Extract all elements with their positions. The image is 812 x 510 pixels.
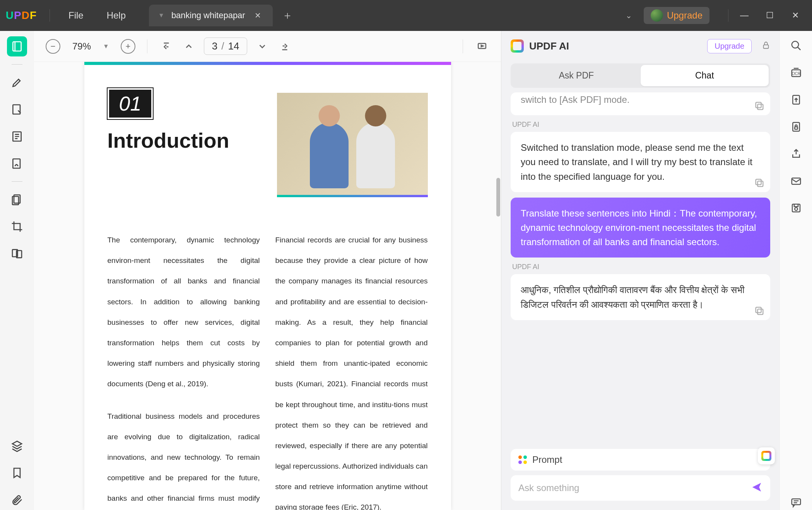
- copy-icon: [754, 101, 765, 111]
- tab-ask-pdf[interactable]: Ask PDF: [512, 65, 641, 86]
- form-tool[interactable]: [7, 126, 27, 147]
- separator: [463, 39, 463, 53]
- total-pages: 14: [228, 40, 239, 52]
- zoom-in-button[interactable]: +: [121, 39, 135, 54]
- column-2: Financial records are crucial for any bu…: [275, 230, 428, 510]
- prompt-selector[interactable]: Prompt ▾: [511, 449, 770, 471]
- message-block: UPDF AI Switched to translation mode, pl…: [511, 121, 770, 192]
- ai-tabs: Ask PDF Chat: [511, 63, 770, 88]
- ai-message: Switched to translation mode, please sen…: [511, 132, 770, 192]
- window-menu-caret-icon[interactable]: ⌄: [626, 11, 632, 20]
- pdf-page: 01 Introduction The contemporary, dynami…: [84, 62, 451, 510]
- next-page-button[interactable]: [255, 39, 270, 54]
- ai-title: UPDF AI: [529, 40, 702, 52]
- page-indicator[interactable]: 3 / 14: [204, 38, 248, 55]
- first-page-icon: [161, 41, 171, 51]
- protect-icon: [790, 121, 802, 133]
- copy-icon: [754, 305, 765, 316]
- svg-rect-10: [757, 104, 763, 110]
- protect-button[interactable]: [788, 119, 804, 135]
- chat-input-bar: [511, 475, 770, 501]
- upgrade-button[interactable]: Upgrade: [644, 7, 709, 24]
- last-page-button[interactable]: [277, 39, 292, 54]
- separator: [12, 181, 22, 182]
- separator: [50, 9, 50, 22]
- highlight-tool[interactable]: [7, 72, 27, 92]
- bookmark-tool[interactable]: [7, 463, 27, 483]
- zoom-value[interactable]: 79%: [68, 41, 95, 52]
- paragraph: Financial records are crucial for any bu…: [275, 230, 428, 510]
- document-tab[interactable]: ▼ banking whitepapar ✕: [149, 5, 273, 26]
- tab-title: banking whitepapar: [171, 10, 245, 20]
- zoom-out-button[interactable]: −: [46, 39, 60, 54]
- tab-chat[interactable]: Chat: [641, 65, 769, 86]
- convert-icon: [790, 94, 802, 106]
- svg-point-16: [791, 41, 798, 48]
- chapter-number: 01: [108, 88, 153, 119]
- comment-button[interactable]: [788, 495, 804, 510]
- presentation-icon: [477, 41, 487, 51]
- organize-tool[interactable]: [7, 189, 27, 210]
- scrollbar-thumb[interactable]: [496, 178, 500, 217]
- prev-page-button[interactable]: [181, 39, 196, 54]
- maximize-button[interactable]: ☐: [765, 10, 775, 20]
- right-toolbar: OCR: [780, 31, 812, 510]
- document-viewport[interactable]: 01 Introduction The contemporary, dynami…: [34, 62, 501, 510]
- menu-help[interactable]: Help: [95, 10, 137, 21]
- svg-point-24: [795, 208, 798, 211]
- save-button[interactable]: [788, 200, 804, 216]
- copy-icon: [754, 177, 765, 188]
- edit-tool[interactable]: [7, 99, 27, 119]
- chevron-down-icon: [257, 41, 267, 51]
- svg-rect-9: [764, 45, 769, 48]
- ai-upgrade-button[interactable]: Upgrade: [707, 39, 752, 53]
- crop-icon: [11, 220, 23, 233]
- chat-input[interactable]: [518, 483, 745, 493]
- svg-rect-3: [13, 159, 20, 168]
- email-button[interactable]: [788, 173, 804, 189]
- compare-tool[interactable]: [7, 244, 27, 264]
- reader-tool[interactable]: [7, 36, 27, 56]
- upgrade-label: Upgrade: [667, 10, 703, 21]
- zoom-dropdown-icon[interactable]: ▼: [103, 43, 109, 50]
- convert-button[interactable]: [788, 92, 804, 107]
- first-page-button[interactable]: [159, 39, 174, 54]
- highlighter-icon: [11, 76, 23, 89]
- sign-tool[interactable]: [7, 154, 27, 174]
- lock-icon[interactable]: [762, 41, 770, 51]
- ai-messages[interactable]: switch to [Ask PDF] mode. UPDF AI Switch…: [501, 88, 780, 442]
- svg-rect-1: [13, 105, 20, 114]
- copy-button[interactable]: [754, 305, 765, 316]
- close-button[interactable]: ✕: [790, 10, 800, 20]
- ocr-button[interactable]: OCR: [788, 65, 804, 80]
- svg-rect-25: [791, 499, 800, 505]
- minimize-button[interactable]: ―: [739, 10, 749, 20]
- copy-button[interactable]: [754, 177, 765, 188]
- layers-tool[interactable]: [7, 436, 27, 456]
- page-separator: /: [221, 40, 224, 52]
- presentation-button[interactable]: [475, 39, 489, 54]
- svg-text:OCR: OCR: [791, 72, 800, 76]
- ai-panel: UPDF AI Upgrade Ask PDF Chat switch to […: [501, 31, 780, 510]
- titlebar: UPDF File Help ▼ banking whitepapar ✕ ＋ …: [0, 0, 812, 31]
- separator: [728, 9, 728, 22]
- tab-caret-icon[interactable]: ▼: [158, 12, 164, 19]
- message-text: Switched to translation mode, please sen…: [521, 142, 752, 181]
- copy-button[interactable]: [754, 101, 765, 111]
- send-button[interactable]: [751, 481, 762, 495]
- book-icon: [11, 40, 23, 53]
- left-toolbar: [0, 31, 34, 510]
- ai-header: UPDF AI Upgrade: [501, 31, 780, 61]
- tab-close-icon[interactable]: ✕: [252, 11, 263, 20]
- attachment-tool[interactable]: [7, 490, 27, 510]
- search-icon: [790, 40, 802, 51]
- compare-icon: [11, 247, 23, 260]
- crop-tool[interactable]: [7, 217, 27, 237]
- floating-ai-button[interactable]: [758, 447, 775, 464]
- tab-add-button[interactable]: ＋: [282, 8, 293, 23]
- menu-file[interactable]: File: [57, 10, 95, 21]
- share-button[interactable]: [788, 146, 804, 162]
- search-button[interactable]: [788, 38, 804, 53]
- hero-image: [277, 93, 428, 197]
- paperclip-icon: [11, 494, 23, 506]
